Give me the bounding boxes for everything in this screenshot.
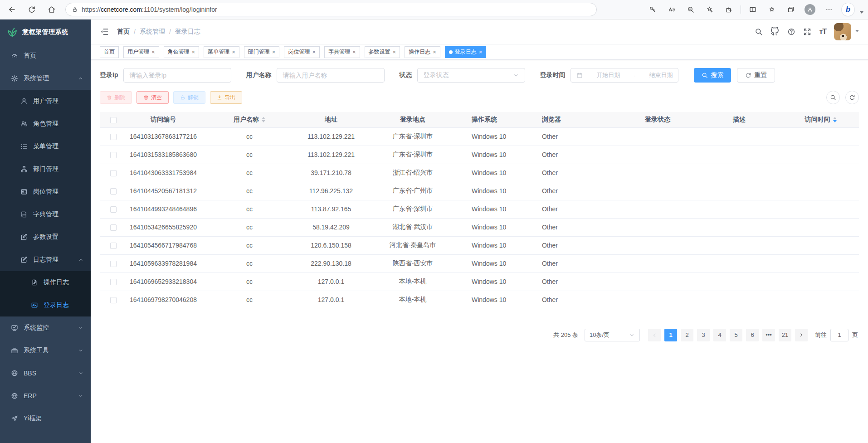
toggle-search-button[interactable] xyxy=(826,91,840,104)
tab-10[interactable]: 登录日志× xyxy=(445,46,487,58)
tab-4[interactable]: 菜单管理× xyxy=(204,46,239,58)
page-button-4[interactable]: 4 xyxy=(713,329,726,341)
row-checkbox[interactable] xyxy=(110,188,117,195)
select-all-checkbox[interactable] xyxy=(110,117,117,123)
sidebar-item-13[interactable]: 系统监控 xyxy=(0,316,91,339)
sidebar-item-2[interactable]: 系统管理 xyxy=(0,67,91,90)
sidebar-item-12[interactable]: 登录日志 xyxy=(0,294,91,316)
avatar-caret-icon[interactable] xyxy=(855,30,859,34)
search-button[interactable]: 搜索 xyxy=(694,68,731,83)
more-pages-button[interactable]: ••• xyxy=(762,329,775,341)
sidebar-item-15[interactable]: BBS xyxy=(0,362,91,385)
table-row[interactable]: 1641044520567181312cc112.96.225.132广东省-广… xyxy=(100,182,859,200)
browser-profile-avatar[interactable] xyxy=(803,2,817,17)
user-avatar[interactable] xyxy=(834,23,851,40)
close-icon[interactable]: × xyxy=(192,49,195,55)
row-checkbox[interactable] xyxy=(110,243,117,249)
tab-2[interactable]: 用户管理× xyxy=(123,46,159,58)
table-row[interactable]: 1641059633978281984cc222.90.130.18陕西省-西安… xyxy=(100,254,859,273)
search-icon[interactable] xyxy=(755,28,763,36)
table-row[interactable]: 1641054566717984768cc120.6.150.158河北省-秦皇… xyxy=(100,236,859,254)
refresh-table-button[interactable] xyxy=(845,91,859,104)
row-checkbox[interactable] xyxy=(110,261,117,267)
breadcrumb-item[interactable]: 系统管理 xyxy=(140,28,165,36)
sidebar-item-4[interactable]: 角色管理 xyxy=(0,112,91,135)
tab-3[interactable]: 角色管理× xyxy=(164,46,200,58)
tab-7[interactable]: 字典管理× xyxy=(324,46,360,58)
table-row[interactable]: 1641031533185863680cc113.102.129.221广东省-… xyxy=(100,146,859,164)
close-icon[interactable]: × xyxy=(433,49,436,55)
breadcrumb-item[interactable]: 首页 xyxy=(117,28,130,36)
column-header[interactable]: 用户名称 xyxy=(200,112,299,127)
clear-button[interactable]: 清空 xyxy=(137,91,169,104)
extensions-icon[interactable] xyxy=(722,2,736,17)
browser-back-button[interactable] xyxy=(5,2,19,17)
sidebar-item-3[interactable]: 用户管理 xyxy=(0,90,91,112)
add-favorite-icon[interactable] xyxy=(702,2,717,17)
font-size-icon[interactable]: тT xyxy=(819,28,826,36)
prev-page-button[interactable] xyxy=(648,329,661,341)
goto-page-input[interactable] xyxy=(830,329,848,341)
table-row[interactable]: 1641053426655825920cc58.19.42.209湖北省-武汉市… xyxy=(100,218,859,236)
sidebar-item-5[interactable]: 菜单管理 xyxy=(0,135,91,158)
row-checkbox[interactable] xyxy=(110,152,117,158)
page-button-2[interactable]: 2 xyxy=(681,329,693,341)
bing-chat-button[interactable]: b xyxy=(841,2,855,17)
sort-carets[interactable] xyxy=(262,117,265,122)
column-header[interactable]: 访问时间 xyxy=(782,112,859,127)
close-icon[interactable]: × xyxy=(232,49,235,55)
browser-menu-icon[interactable] xyxy=(822,2,836,17)
table-row[interactable]: 1641069798270046208cc127.0.0.1本地-本机Windo… xyxy=(100,291,859,309)
row-checkbox[interactable] xyxy=(110,134,117,140)
sidebar-item-11[interactable]: 操作日志 xyxy=(0,271,91,294)
tab-1[interactable]: 首页 xyxy=(100,46,119,58)
page-button-1[interactable]: 1 xyxy=(664,329,677,341)
table-row[interactable]: 1641031367863177216cc113.102.129.221广东省-… xyxy=(100,127,859,146)
sort-carets[interactable] xyxy=(833,117,837,122)
tab-8[interactable]: 参数设置× xyxy=(365,46,400,58)
close-icon[interactable]: × xyxy=(393,49,396,55)
favorites-icon[interactable] xyxy=(765,2,779,17)
split-screen-icon[interactable] xyxy=(746,2,760,17)
unlock-button[interactable]: 解锁 xyxy=(173,91,205,104)
row-checkbox[interactable] xyxy=(110,279,117,285)
sidebar-item-16[interactable]: ERP xyxy=(0,385,91,407)
page-button-5[interactable]: 5 xyxy=(730,329,742,341)
zoom-out-icon[interactable] xyxy=(683,2,698,17)
tab-5[interactable]: 部门管理× xyxy=(244,46,280,58)
page-button-6[interactable]: 6 xyxy=(746,329,759,341)
tab-6[interactable]: 岗位管理× xyxy=(284,46,320,58)
sidebar-item-14[interactable]: 系统工具 xyxy=(0,339,91,362)
login-status-select[interactable]: 登录状态 xyxy=(417,68,525,83)
row-checkbox[interactable] xyxy=(110,170,117,176)
help-icon[interactable] xyxy=(787,28,795,36)
row-checkbox[interactable] xyxy=(110,297,117,303)
reset-button[interactable]: 重置 xyxy=(737,68,775,83)
close-icon[interactable]: × xyxy=(479,49,483,55)
table-row[interactable]: 1641044993248464896cc113.87.92.165广东省-深圳… xyxy=(100,200,859,218)
sidebar-item-17[interactable]: Yi框架 xyxy=(0,407,91,430)
fullscreen-icon[interactable] xyxy=(803,28,811,36)
sidebar-item-7[interactable]: 岗位管理 xyxy=(0,180,91,203)
row-checkbox[interactable] xyxy=(110,224,117,231)
close-icon[interactable]: × xyxy=(272,49,276,55)
collections-icon[interactable] xyxy=(784,2,798,17)
page-button-3[interactable]: 3 xyxy=(697,329,710,341)
close-icon[interactable]: × xyxy=(151,49,155,55)
user-name-input[interactable] xyxy=(277,68,385,83)
browser-refresh-button[interactable] xyxy=(24,2,39,17)
close-icon[interactable]: × xyxy=(352,49,356,55)
tab-9[interactable]: 操作日志× xyxy=(405,46,440,58)
next-page-button[interactable] xyxy=(795,329,808,341)
page-size-select[interactable]: 10条/页 xyxy=(585,329,640,341)
delete-button[interactable]: 删除 xyxy=(100,91,132,104)
sidebar-item-9[interactable]: 参数设置 xyxy=(0,226,91,248)
close-icon[interactable]: × xyxy=(312,49,316,55)
sidebar-item-6[interactable]: 部门管理 xyxy=(0,158,91,180)
password-key-icon[interactable] xyxy=(645,2,660,17)
row-checkbox[interactable] xyxy=(110,206,117,213)
date-range-picker[interactable]: 开始日期 - 结束日期 xyxy=(571,68,678,83)
sidebar-item-10[interactable]: 日志管理 xyxy=(0,248,91,271)
export-button[interactable]: 导出 xyxy=(210,91,242,104)
sidebar-item-1[interactable]: 首页 xyxy=(0,44,91,67)
